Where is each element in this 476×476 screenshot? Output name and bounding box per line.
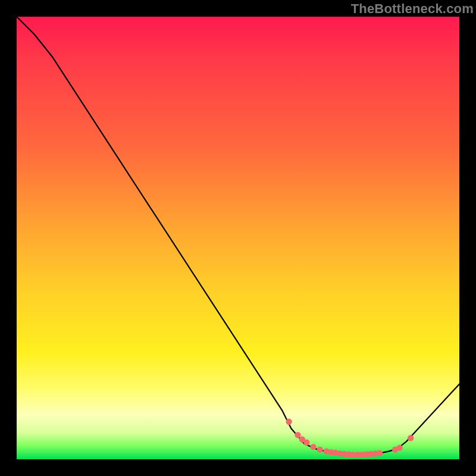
marker-dot [377, 450, 383, 456]
chart-frame: TheBottleneck.com [0, 0, 476, 476]
marker-group [286, 419, 414, 458]
chart-svg [17, 17, 459, 459]
curve-line [17, 17, 459, 455]
marker-dot [396, 444, 402, 450]
marker-dot [286, 419, 292, 425]
marker-dot [408, 435, 414, 441]
marker-dot [310, 444, 316, 450]
marker-dot [295, 432, 300, 438]
marker-dot [303, 440, 309, 446]
attribution-text: TheBottleneck.com [351, 1, 474, 17]
marker-dot [317, 446, 322, 452]
